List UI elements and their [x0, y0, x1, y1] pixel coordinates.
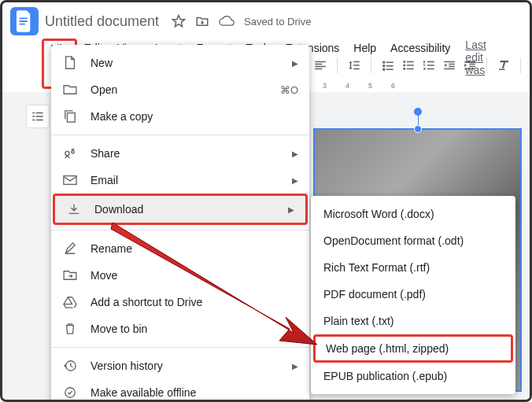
ruler: 3456	[313, 79, 522, 92]
clear-format-icon[interactable]	[497, 58, 511, 72]
svg-point-4	[65, 151, 69, 155]
file-dropdown: New ▶ Open ⌘O Make a copy Share ▶ Email …	[51, 45, 309, 402]
svg-point-1	[403, 65, 405, 67]
menu-open[interactable]: Open ⌘O	[51, 76, 309, 103]
folder-icon	[62, 82, 78, 98]
download-submenu: Microsoft Word (.docx) OpenDocument form…	[311, 196, 515, 394]
new-doc-icon	[62, 55, 78, 71]
svg-point-0	[403, 61, 405, 63]
line-spacing-icon[interactable]	[347, 58, 361, 72]
submenu-arrow-icon: ▶	[288, 205, 294, 214]
menu-make-copy[interactable]: Make a copy	[51, 103, 309, 130]
rename-icon	[62, 241, 78, 256]
submenu-arrow-icon: ▶	[292, 362, 298, 371]
docs-logo[interactable]	[10, 7, 39, 35]
star-icon[interactable]	[172, 14, 186, 28]
menu-rename[interactable]: Rename	[51, 235, 309, 262]
document-title[interactable]: Untitled document	[45, 13, 159, 30]
submenu-arrow-icon: ▶	[292, 176, 298, 185]
submenu-arrow-icon: ▶	[292, 149, 298, 158]
toolbar-partial	[313, 57, 532, 73]
download-odt[interactable]: OpenDocument format (.odt)	[311, 227, 515, 254]
download-icon	[66, 201, 82, 217]
history-icon	[62, 358, 78, 374]
download-rtf[interactable]: Rich Text Format (.rtf)	[311, 254, 515, 281]
menu-make-offline[interactable]: Make available offline	[51, 379, 309, 402]
offline-icon	[62, 385, 78, 400]
cloud-icon	[219, 16, 235, 27]
trash-icon	[62, 321, 78, 337]
svg-rect-3	[67, 113, 75, 123]
move-icon	[62, 267, 78, 283]
menu-download[interactable]: Download ▶	[53, 194, 308, 225]
open-shortcut: ⌘O	[280, 84, 298, 96]
share-icon	[62, 146, 78, 161]
save-status: Saved to Drive	[244, 16, 311, 28]
svg-point-2	[403, 68, 405, 70]
menu-add-shortcut[interactable]: Add a shortcut to Drive	[51, 289, 309, 315]
indent-decrease-icon[interactable]	[442, 58, 456, 72]
bullet-list-icon[interactable]	[401, 58, 416, 72]
outline-button[interactable]	[26, 105, 50, 128]
submenu-arrow-icon: ▶	[292, 59, 298, 68]
copy-icon	[62, 109, 78, 124]
svg-point-5	[72, 151, 75, 154]
numbered-list-icon[interactable]	[422, 58, 436, 72]
email-icon	[62, 172, 78, 188]
download-pdf[interactable]: PDF document (.pdf)	[311, 281, 515, 308]
menu-move[interactable]: Move	[51, 262, 309, 289]
outline-icon	[31, 109, 45, 124]
menu-email[interactable]: Email ▶	[51, 167, 309, 194]
download-html[interactable]: Web page (.html, zipped)	[313, 334, 513, 363]
download-txt[interactable]: Plain text (.txt)	[311, 308, 515, 334]
menu-share[interactable]: Share ▶	[51, 140, 309, 167]
menu-move-to-bin[interactable]: Move to bin	[51, 315, 309, 342]
download-epub[interactable]: EPUB publication (.epub)	[311, 363, 515, 389]
menu-version-history[interactable]: Version history ▶	[51, 352, 309, 379]
svg-rect-6	[64, 176, 76, 185]
align-icon[interactable]	[313, 58, 327, 72]
download-docx[interactable]: Microsoft Word (.docx)	[311, 201, 515, 227]
drive-shortcut-icon	[62, 294, 78, 310]
checklist-icon[interactable]	[381, 58, 395, 72]
move-folder-icon[interactable]	[195, 14, 209, 28]
menu-new[interactable]: New ▶	[51, 50, 309, 76]
resize-handle-top[interactable]	[414, 125, 422, 133]
docs-icon	[16, 10, 33, 32]
indent-increase-icon[interactable]	[463, 58, 477, 72]
